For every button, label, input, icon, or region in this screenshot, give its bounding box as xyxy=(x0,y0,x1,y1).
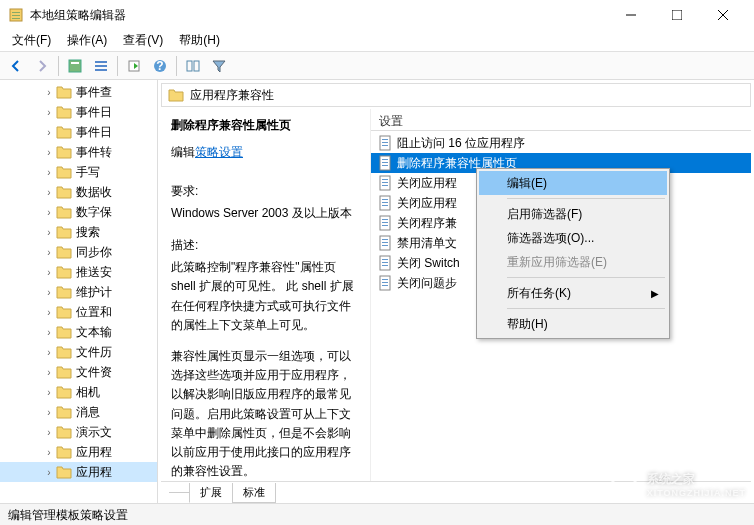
tree-item-label: 维护计 xyxy=(76,284,112,301)
app-icon xyxy=(8,7,24,23)
expand-arrow-icon[interactable]: › xyxy=(44,147,54,158)
tree-item[interactable]: ›维护计 xyxy=(0,282,157,302)
expand-arrow-icon[interactable]: › xyxy=(44,367,54,378)
expand-arrow-icon[interactable]: › xyxy=(44,167,54,178)
ctx-help[interactable]: 帮助(H) xyxy=(479,312,667,336)
tree-item[interactable]: ›文件历 xyxy=(0,342,157,362)
tree-item[interactable]: ›数据收 xyxy=(0,182,157,202)
tree-item-label: 同步你 xyxy=(76,244,112,261)
svg-text:?: ? xyxy=(156,59,163,73)
menu-view[interactable]: 查看(V) xyxy=(115,30,171,51)
properties-button[interactable] xyxy=(63,54,87,78)
ctx-all-tasks[interactable]: 所有任务(K)▶ xyxy=(479,281,667,305)
export-button[interactable] xyxy=(122,54,146,78)
expand-arrow-icon[interactable]: › xyxy=(44,227,54,238)
menu-action[interactable]: 操作(A) xyxy=(59,30,115,51)
tree-item[interactable]: ›位置和 xyxy=(0,302,157,322)
tree[interactable]: ›事件查›事件日›事件日›事件转›手写›数据收›数字保›搜索›同步你›推送安›维… xyxy=(0,80,157,503)
tree-item[interactable]: ›应用程 xyxy=(0,462,157,482)
tree-item-label: 位置和 xyxy=(76,304,112,321)
tree-item[interactable]: ›演示文 xyxy=(0,422,157,442)
expand-arrow-icon[interactable]: › xyxy=(44,327,54,338)
tree-item[interactable]: ›应用程 xyxy=(0,442,157,462)
desc-text-2: 兼容性属性页显示一组选项，可以选择这些选项并应用于应用程序，以解决影响旧版应用程… xyxy=(171,347,360,481)
tree-sidebar: ›事件查›事件日›事件日›事件转›手写›数据收›数字保›搜索›同步你›推送安›维… xyxy=(0,80,158,503)
header-title: 应用程序兼容性 xyxy=(190,87,274,104)
setting-label: 关闭 Switch xyxy=(397,255,460,272)
tree-item-label: 应用程 xyxy=(76,444,112,461)
tree-item[interactable]: ›搜索 xyxy=(0,222,157,242)
expand-arrow-icon[interactable]: › xyxy=(44,427,54,438)
tab-extended[interactable]: 扩展 xyxy=(189,483,233,503)
edit-label: 编辑 xyxy=(171,145,195,159)
svg-rect-20 xyxy=(382,142,388,143)
close-button[interactable] xyxy=(700,0,746,30)
svg-rect-32 xyxy=(382,202,388,203)
svg-rect-28 xyxy=(382,182,388,183)
svg-rect-35 xyxy=(382,219,388,220)
ctx-edit[interactable]: 编辑(E) xyxy=(479,171,667,195)
menu-help[interactable]: 帮助(H) xyxy=(171,30,228,51)
tree-item[interactable]: ›数字保 xyxy=(0,202,157,222)
svg-rect-40 xyxy=(382,242,388,243)
svg-rect-27 xyxy=(382,179,388,180)
tree-item[interactable]: ›文件资 xyxy=(0,362,157,382)
svg-rect-1 xyxy=(12,12,20,13)
menu-file[interactable]: 文件(F) xyxy=(4,30,59,51)
minimize-button[interactable] xyxy=(608,0,654,30)
req-text: Windows Server 2003 及以上版本 xyxy=(171,204,360,223)
tree-item[interactable]: ›事件转 xyxy=(0,142,157,162)
svg-rect-29 xyxy=(382,185,388,186)
expand-arrow-icon[interactable]: › xyxy=(44,107,54,118)
policy-settings-link[interactable]: 策略设置 xyxy=(195,144,243,161)
forward-button[interactable] xyxy=(30,54,54,78)
svg-rect-21 xyxy=(382,145,388,146)
expand-arrow-icon[interactable]: › xyxy=(44,387,54,398)
tree-item-label: 事件查 xyxy=(76,84,112,101)
help-button[interactable]: ? xyxy=(148,54,172,78)
tree-item-label: 数据收 xyxy=(76,184,112,201)
tree-item[interactable]: ›文本输 xyxy=(0,322,157,342)
expand-arrow-icon[interactable]: › xyxy=(44,307,54,318)
ctx-filter-options[interactable]: 筛选器选项(O)... xyxy=(479,226,667,250)
setting-item[interactable]: 阻止访问 16 位应用程序 xyxy=(371,133,751,153)
maximize-button[interactable] xyxy=(654,0,700,30)
filter-button[interactable] xyxy=(207,54,231,78)
expand-arrow-icon[interactable]: › xyxy=(44,187,54,198)
tree-item[interactable]: ›事件日 xyxy=(0,122,157,142)
tree-item[interactable]: ›手写 xyxy=(0,162,157,182)
expand-arrow-icon[interactable]: › xyxy=(44,447,54,458)
setting-label: 关闭问题步 xyxy=(397,275,457,292)
desc-text-1: 此策略控制"程序兼容性"属性页 shell 扩展的可见性。 此 shell 扩展… xyxy=(171,258,360,335)
show-hide-button[interactable] xyxy=(181,54,205,78)
tree-item[interactable]: ›事件查 xyxy=(0,82,157,102)
tree-item[interactable]: ›同步你 xyxy=(0,242,157,262)
tree-item-label: 手写 xyxy=(76,164,100,181)
ctx-filter-on[interactable]: 启用筛选器(F) xyxy=(479,202,667,226)
tree-item-label: 演示文 xyxy=(76,424,112,441)
settings-column-header[interactable]: 设置 xyxy=(371,109,751,131)
expand-arrow-icon[interactable]: › xyxy=(44,287,54,298)
svg-rect-39 xyxy=(382,239,388,240)
back-button[interactable] xyxy=(4,54,28,78)
svg-rect-2 xyxy=(12,15,20,16)
tree-item[interactable]: ›相机 xyxy=(0,382,157,402)
list-button[interactable] xyxy=(89,54,113,78)
expand-arrow-icon[interactable]: › xyxy=(44,347,54,358)
tree-item[interactable]: ›消息 xyxy=(0,402,157,422)
svg-rect-45 xyxy=(382,265,388,266)
expand-arrow-icon[interactable]: › xyxy=(44,87,54,98)
window-title: 本地组策略编辑器 xyxy=(30,7,608,24)
tab-standard[interactable]: 标准 xyxy=(232,483,276,503)
folder-icon xyxy=(168,88,184,102)
expand-arrow-icon[interactable]: › xyxy=(44,127,54,138)
tree-item[interactable]: ›事件日 xyxy=(0,102,157,122)
expand-arrow-icon[interactable]: › xyxy=(44,207,54,218)
expand-arrow-icon[interactable]: › xyxy=(44,247,54,258)
setting-label: 关闭应用程 xyxy=(397,195,457,212)
expand-arrow-icon[interactable]: › xyxy=(44,267,54,278)
tree-item[interactable]: ›推送安 xyxy=(0,262,157,282)
expand-arrow-icon[interactable]: › xyxy=(44,407,54,418)
separator xyxy=(507,308,665,309)
expand-arrow-icon[interactable]: › xyxy=(44,467,54,478)
